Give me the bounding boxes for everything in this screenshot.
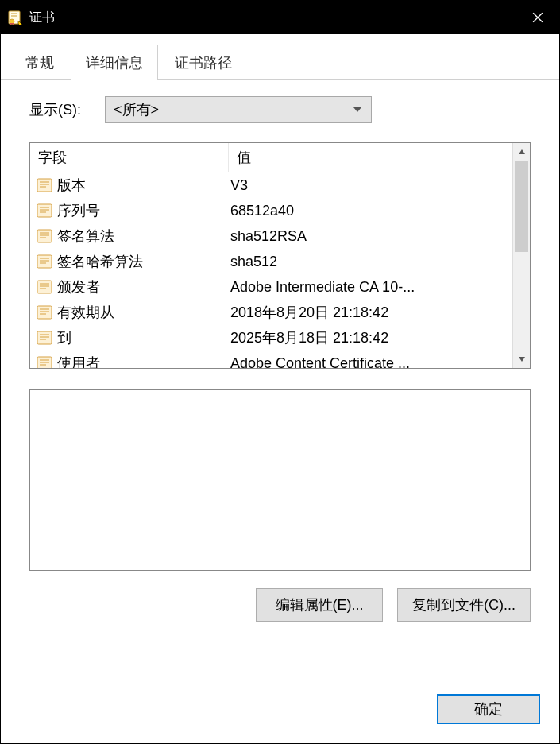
field-list: 字段 值 版本V3序列号68512a40签名算法sha512RSA签名哈希算法s…	[29, 142, 531, 369]
scroll-up-button[interactable]	[513, 143, 530, 161]
list-item-value: Adobe Content Certificate ...	[229, 355, 512, 369]
list-item-value: sha512RSA	[229, 228, 512, 245]
field-icon	[37, 228, 52, 244]
field-icon	[37, 177, 52, 193]
scroll-thumb[interactable]	[515, 161, 528, 252]
list-item[interactable]: 签名哈希算法sha512	[30, 249, 512, 274]
field-icon	[37, 330, 52, 346]
list-item[interactable]: 序列号68512a40	[30, 198, 512, 223]
list-item-field: 序列号	[30, 201, 229, 220]
field-name: 有效期从	[57, 303, 114, 322]
field-icon	[37, 203, 52, 219]
tab-general[interactable]: 常规	[10, 45, 69, 80]
list-item-value: 2025年8月18日 21:18:42	[229, 328, 512, 347]
list-item[interactable]: 到2025年8月18日 21:18:42	[30, 325, 512, 351]
column-value[interactable]: 值	[229, 143, 512, 172]
tab-details[interactable]: 详细信息	[71, 45, 158, 80]
filter-selected-value: <所有>	[114, 100, 159, 119]
edit-properties-button[interactable]: 编辑属性(E)...	[256, 588, 383, 622]
list-item-field: 使用者	[30, 354, 229, 368]
list-item-field: 版本	[30, 176, 229, 195]
close-button[interactable]	[516, 1, 559, 34]
list-item[interactable]: 颁发者Adobe Intermediate CA 10-...	[30, 274, 512, 300]
list-item[interactable]: 有效期从2018年8月20日 21:18:42	[30, 300, 512, 325]
list-item[interactable]: 使用者Adobe Content Certificate ...	[30, 351, 512, 368]
list-item-value: sha512	[229, 254, 512, 270]
list-item-field: 签名算法	[30, 227, 229, 246]
field-name: 序列号	[57, 201, 100, 220]
field-icon	[37, 254, 52, 269]
field-name: 签名哈希算法	[57, 252, 143, 271]
certificate-icon: !	[7, 10, 23, 25]
list-item-field: 到	[30, 328, 229, 347]
field-name: 使用者	[57, 354, 100, 368]
scroll-down-button[interactable]	[513, 351, 530, 368]
field-name: 到	[57, 328, 71, 347]
field-name: 版本	[57, 176, 86, 195]
action-buttons: 编辑属性(E)... 复制到文件(C)...	[29, 588, 531, 622]
field-name: 签名算法	[57, 227, 114, 246]
ok-button[interactable]: 确定	[437, 694, 540, 724]
window-title: 证书	[29, 10, 516, 26]
svg-text:!: !	[21, 21, 21, 26]
list-item-value: V3	[229, 177, 512, 194]
list-item-field: 有效期从	[30, 303, 229, 322]
list-item-field: 颁发者	[30, 277, 229, 296]
field-list-header: 字段 值	[30, 143, 512, 172]
dialog-footer: 确定	[1, 694, 559, 743]
copy-to-file-button[interactable]: 复制到文件(C)...	[397, 588, 531, 622]
filter-row: 显示(S): <所有>	[29, 96, 531, 123]
details-body: 显示(S): <所有> 字段 值 版本V3序列号68512a40签名算法sha5…	[1, 80, 559, 694]
list-item-value: 68512a40	[229, 203, 512, 219]
field-icon	[37, 279, 52, 295]
field-icon	[37, 304, 52, 320]
field-list-rows: 版本V3序列号68512a40签名算法sha512RSA签名哈希算法sha512…	[30, 172, 512, 368]
filter-select[interactable]: <所有>	[105, 96, 372, 123]
filter-label: 显示(S):	[29, 100, 105, 119]
column-field[interactable]: 字段	[30, 143, 229, 172]
certificate-dialog: ! 证书 常规 详细信息 证书路径 显示(S): <所有> 字段	[0, 0, 560, 744]
scrollbar[interactable]	[512, 143, 530, 368]
scroll-track[interactable]	[513, 161, 530, 351]
list-item-value: Adobe Intermediate CA 10-...	[229, 279, 512, 296]
list-item[interactable]: 版本V3	[30, 172, 512, 198]
field-name: 颁发者	[57, 277, 100, 296]
dialog-content: 常规 详细信息 证书路径 显示(S): <所有> 字段 值 版本V3序列号685…	[1, 34, 559, 743]
field-icon	[37, 355, 52, 368]
titlebar[interactable]: ! 证书	[1, 1, 559, 34]
tab-bar: 常规 详细信息 证书路径	[1, 34, 559, 80]
detail-value-box[interactable]	[29, 389, 531, 571]
list-item-value: 2018年8月20日 21:18:42	[229, 303, 512, 322]
tab-path[interactable]: 证书路径	[160, 45, 247, 80]
list-item[interactable]: 签名算法sha512RSA	[30, 223, 512, 249]
field-list-content: 字段 值 版本V3序列号68512a40签名算法sha512RSA签名哈希算法s…	[30, 143, 512, 368]
list-item-field: 签名哈希算法	[30, 252, 229, 271]
